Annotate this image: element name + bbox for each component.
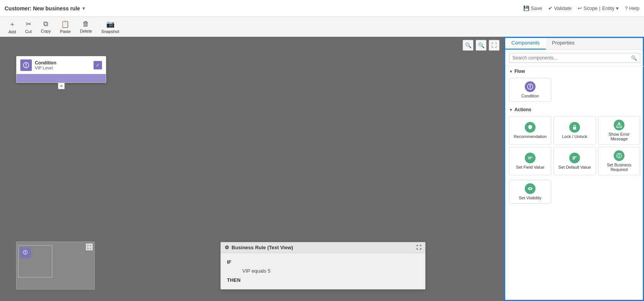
tab-properties[interactable]: Properties [546, 37, 581, 49]
set-default-value-icon [569, 153, 580, 163]
main-layout: 🔍 🔍 ⛶ Condition VIP Level ✓ ✕ ⛶ [0, 37, 644, 301]
snapshot-icon: 📷 [106, 20, 115, 28]
br-then-row: THEN [227, 276, 419, 285]
delete-icon: 🗑 [82, 20, 89, 28]
condition-block[interactable]: Condition VIP Level ✓ ✕ [16, 56, 106, 83]
actions-section-label: Actions [514, 107, 531, 112]
condition-component-label: Condition [521, 94, 539, 98]
condition-block-subtitle: VIP Level [35, 66, 90, 70]
actions-components-grid: Recommendation Lock / Unlock Show Error … [505, 115, 644, 178]
condition-component-icon [525, 81, 536, 92]
svg-point-13 [619, 156, 619, 157]
save-icon: 💾 [523, 5, 529, 11]
br-if-row: IF [227, 258, 419, 266]
brtv-icon: ⚙ [225, 245, 229, 250]
copy-icon: ⧉ [43, 20, 48, 28]
svg-rect-11 [528, 158, 531, 159]
recommendation-label: Recommendation [514, 134, 547, 139]
flow-section-label: Flow [514, 69, 525, 74]
scope-button[interactable]: ↩ Scope | Entity ▾ [578, 5, 619, 11]
add-icon: ＋ [9, 20, 16, 29]
scope-icon: ↩ [578, 5, 582, 11]
minimap-toggle-button[interactable]: ⛶ [86, 243, 93, 250]
condition-component[interactable]: Condition [509, 78, 551, 102]
actions-section-header: ▼ Actions [505, 105, 644, 115]
condition-block-title: Condition [35, 60, 90, 66]
canvas-toolbar: 🔍 🔍 ⛶ [463, 40, 499, 51]
business-rule-text-view: ⚙ Business Rule (Text View) ⛶ IF VIP equ… [220, 242, 426, 289]
svg-point-2 [26, 66, 26, 67]
copy-button[interactable]: ⧉ Copy [37, 18, 55, 35]
actions-chevron-icon[interactable]: ▼ [509, 108, 513, 112]
show-error-message-label: Show Error Message [600, 132, 638, 141]
brtv-expand-button[interactable]: ⛶ [416, 245, 421, 250]
panel-content: ▼ Flow Condition ▼ Actions [505, 66, 644, 301]
set-visibility-label: Set Visibility [519, 196, 541, 200]
svg-rect-9 [573, 127, 576, 130]
cut-button[interactable]: ✂ Cut [21, 18, 36, 35]
add-button[interactable]: ＋ Add [5, 18, 20, 36]
cut-icon: ✂ [26, 20, 31, 28]
set-field-value-component[interactable]: Set Field Value [509, 147, 551, 175]
condition-block-texts: Condition VIP Level [35, 60, 90, 70]
paste-icon: 📋 [61, 20, 69, 28]
topbar-actions: 💾 Save ✔ Validate ↩ Scope | Entity ▾ ? H… [523, 5, 639, 11]
title-chevron-icon[interactable]: ▾ [82, 6, 85, 11]
svg-point-8 [530, 88, 531, 89]
panel-tabs: Components Properties [505, 37, 644, 50]
br-condition-row: VIP equals 5 [227, 266, 419, 275]
fit-view-button[interactable]: ⛶ [489, 40, 499, 51]
snapshot-button[interactable]: 📷 Snapshot [97, 18, 123, 35]
show-error-message-component[interactable]: Show Error Message [598, 116, 640, 145]
set-visibility-icon [525, 183, 536, 194]
help-icon: ? [625, 5, 628, 11]
brtv-body: IF VIP equals 5 THEN [221, 253, 425, 289]
zoom-in-button[interactable]: 🔍 [463, 40, 473, 51]
lock-unlock-icon [569, 122, 580, 133]
recommendation-component[interactable]: Recommendation [509, 116, 551, 145]
search-input[interactable] [509, 53, 640, 63]
set-default-value-label: Set Default Value [559, 165, 591, 169]
tab-components[interactable]: Components [505, 37, 546, 49]
save-button[interactable]: 💾 Save [523, 5, 542, 11]
topbar-title: Customer: New business rule [5, 5, 80, 12]
condition-block-header: Condition VIP Level ✓ [16, 56, 106, 74]
toolbar: ＋ Add ✂ Cut ⧉ Copy 📋 Paste 🗑 Delete 📷 Sn… [0, 17, 644, 37]
set-visibility-component[interactable]: Set Visibility [509, 180, 551, 204]
set-business-required-icon [614, 150, 624, 161]
minimap-viewport [18, 245, 53, 278]
set-default-value-component[interactable]: Set Default Value [554, 147, 596, 175]
set-business-required-label: Set Business Required [600, 163, 638, 172]
zoom-out-button[interactable]: 🔍 [476, 40, 486, 51]
condition-block-icon [20, 59, 32, 71]
search-container: 🔍 [505, 50, 644, 66]
lock-unlock-label: Lock / Unlock [562, 134, 587, 139]
show-error-message-icon [614, 120, 624, 130]
help-button[interactable]: ? Help [625, 5, 639, 11]
flow-chevron-icon[interactable]: ▼ [509, 69, 513, 74]
canvas-area[interactable]: 🔍 🔍 ⛶ Condition VIP Level ✓ ✕ ⛶ [0, 37, 504, 301]
validate-icon: ✔ [548, 5, 552, 11]
set-visibility-row: Set Visibility [505, 178, 644, 207]
condition-block-body [16, 74, 106, 82]
set-business-required-component[interactable]: Set Business Required [598, 147, 640, 175]
condition-check-icon: ✓ [94, 61, 102, 69]
right-panel: Components Properties 🔍 ▼ Flow Condition [504, 37, 644, 301]
brtv-header-left: ⚙ Business Rule (Text View) [225, 245, 293, 250]
minimap: ⛶ [16, 242, 95, 289]
validate-button[interactable]: ✔ Validate [548, 5, 572, 11]
flow-components: Condition [505, 76, 644, 105]
delete-button[interactable]: 🗑 Delete [76, 18, 96, 35]
brtv-header: ⚙ Business Rule (Text View) ⛶ [221, 242, 425, 253]
set-field-value-icon [525, 153, 536, 163]
top-bar: Customer: New business rule ▾ 💾 Save ✔ V… [0, 0, 644, 17]
recommendation-icon [525, 122, 536, 133]
paste-button[interactable]: 📋 Paste [56, 18, 74, 35]
entity-chevron-icon: ▾ [616, 5, 619, 11]
svg-rect-10 [528, 157, 532, 158]
topbar-title-area: Customer: New business rule ▾ [5, 5, 85, 12]
flow-section-header: ▼ Flow [505, 66, 644, 76]
set-field-value-label: Set Field Value [516, 165, 544, 169]
condition-close-button[interactable]: ✕ [58, 82, 65, 89]
lock-unlock-component[interactable]: Lock / Unlock [554, 116, 596, 145]
